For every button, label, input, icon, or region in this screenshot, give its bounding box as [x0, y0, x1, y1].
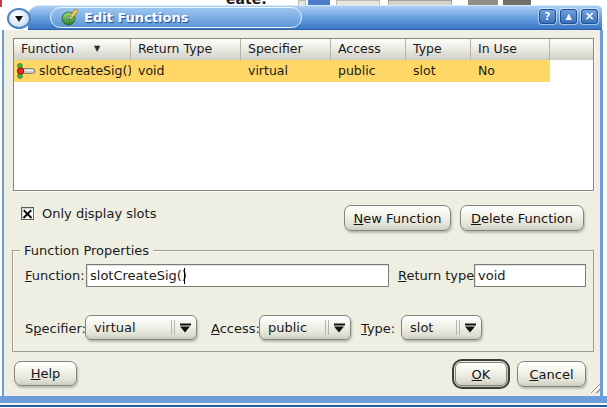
- ok-default-ring: OK: [452, 359, 510, 389]
- ok-button[interactable]: OK: [455, 362, 507, 386]
- screen: eate: Edit Functions ? ▲ ×: [0, 0, 607, 408]
- column-header-return-type[interactable]: Return Type: [131, 39, 241, 60]
- type-combobox[interactable]: slot: [401, 315, 482, 340]
- menu-arrow-icon: [15, 16, 23, 22]
- help-titlebar-button[interactable]: ?: [539, 9, 556, 24]
- chevron-down-icon: [334, 323, 345, 332]
- delete-function-button[interactable]: Delete Function: [460, 205, 584, 231]
- only-display-slots-label: Only display slots: [42, 206, 156, 222]
- window-menu-button[interactable]: [7, 8, 31, 29]
- chevron-down-icon: [465, 323, 476, 332]
- column-header-empty: [550, 39, 593, 60]
- text-caret: [184, 268, 185, 284]
- titlebar-capsule: Edit Functions: [50, 7, 302, 28]
- window-border-left: [2, 30, 4, 396]
- return-type-input[interactable]: void: [474, 264, 586, 287]
- cell-access: public: [331, 60, 406, 82]
- background-fragment: [0, 0, 2, 7]
- close-titlebar-button[interactable]: ×: [581, 9, 598, 24]
- window-title: Edit Functions: [84, 10, 188, 25]
- cell-in-use: No: [471, 60, 550, 82]
- new-function-button[interactable]: New Function: [344, 205, 451, 231]
- cell-return-type: void: [131, 60, 241, 82]
- titlebar[interactable]: Edit Functions: [28, 5, 602, 30]
- type-label: Type:: [361, 321, 395, 337]
- column-header-in-use[interactable]: In Use: [471, 39, 550, 60]
- cell-function: slotCreateSig(): [14, 60, 131, 82]
- slot-icon: [16, 63, 37, 79]
- specifier-combobox[interactable]: virtual: [85, 315, 197, 340]
- function-label: Function:: [25, 268, 85, 284]
- only-display-slots-checkbox[interactable]: [21, 207, 34, 220]
- column-header-type[interactable]: Type: [406, 39, 471, 60]
- sort-desc-icon: ▼: [94, 45, 100, 53]
- function-input[interactable]: slotCreateSig(): [86, 264, 389, 287]
- functions-table: Function ▼ Return Type Specifier Access …: [13, 38, 594, 191]
- return-type-label: Return type:: [398, 268, 479, 284]
- combo-separator: [456, 320, 460, 335]
- cell-type: slot: [406, 60, 471, 82]
- cancel-button[interactable]: Cancel: [517, 361, 586, 387]
- column-header-access[interactable]: Access: [331, 39, 406, 60]
- access-label: Access:: [211, 321, 260, 337]
- row-filler: [550, 60, 593, 82]
- table-row[interactable]: slotCreateSig() void virtual public slot…: [14, 60, 593, 82]
- specifier-label: Specifier:: [25, 321, 86, 337]
- window-border-right: [600, 30, 603, 396]
- chevron-down-icon: [180, 323, 191, 332]
- access-combobox[interactable]: public: [259, 315, 351, 340]
- window-border-bottom: [0, 396, 607, 403]
- help-button[interactable]: Help: [14, 361, 77, 386]
- table-header: Function ▼ Return Type Specifier Access …: [14, 39, 593, 60]
- cell-specifier: virtual: [241, 60, 331, 82]
- edit-functions-icon: [61, 9, 78, 26]
- group-title: Function Properties: [20, 243, 153, 258]
- combo-separator: [325, 320, 329, 335]
- shade-titlebar-button[interactable]: ▲: [560, 9, 577, 24]
- column-header-function[interactable]: Function ▼: [14, 39, 131, 60]
- column-header-specifier[interactable]: Specifier: [241, 39, 331, 60]
- combo-separator: [171, 320, 175, 335]
